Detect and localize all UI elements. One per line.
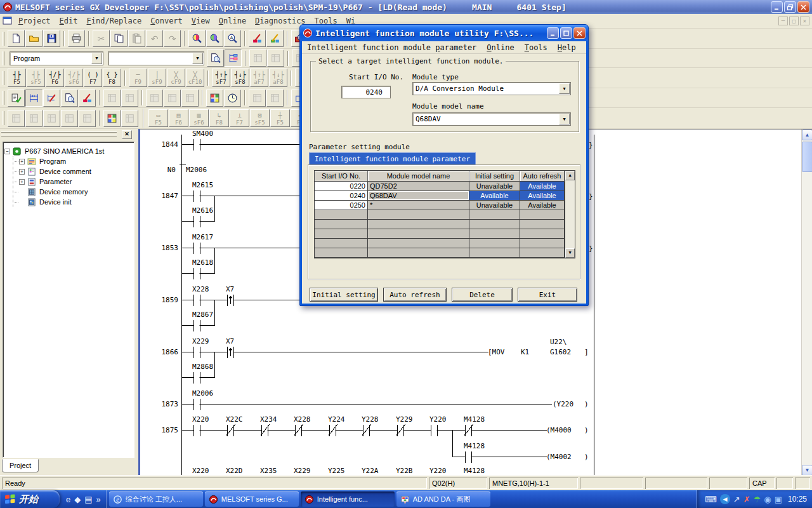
initial-setting-button[interactable]: Initial setting — [310, 288, 378, 302]
module-type-combo[interactable]: D/A Conversion Module ▼ — [412, 82, 571, 95]
rising-pulse-button[interactable]: ┤↑├sF7 — [212, 69, 230, 87]
keyboard-tray-icon[interactable]: ⌨ — [705, 495, 717, 504]
table-cell-initial-setting[interactable]: Unavailable — [469, 182, 520, 191]
panel-close-icon[interactable]: ✕ — [122, 130, 132, 139]
sidebar-item-device-init[interactable]: Device init — [15, 197, 133, 207]
toolbar-grip[interactable] — [3, 71, 4, 85]
table-cell-start-io[interactable] — [315, 229, 368, 239]
dialog-menu-help[interactable]: Help — [553, 43, 581, 53]
table-cell-start-io[interactable] — [315, 210, 368, 220]
ie-quicklaunch-icon[interactable]: e — [66, 495, 70, 504]
undo-button[interactable]: ↶ — [146, 30, 163, 47]
falling-pulse-button[interactable]: ┤↓├sF8 — [231, 69, 249, 87]
vertical-scrollbar[interactable]: ▲ ▼ — [801, 130, 812, 476]
chevron-down-icon[interactable]: ▼ — [559, 114, 570, 124]
closed-branch-button[interactable]: ┤/├sF6 — [65, 69, 83, 87]
collapse-toggle-icon[interactable]: − — [4, 149, 10, 154]
open-branch-button[interactable]: ┤├sF5 — [27, 69, 45, 87]
cut-button[interactable]: ✂ — [93, 30, 110, 47]
expand-toggle-icon[interactable]: + — [19, 179, 25, 185]
table-cell-model-name[interactable]: * — [368, 201, 469, 210]
start-button[interactable]: 开始 — [0, 490, 60, 508]
table-cell-model-name[interactable] — [368, 220, 469, 229]
taskbar-task-active[interactable]: Intelligent func... — [301, 491, 395, 507]
partial-run-button[interactable] — [25, 110, 43, 127]
program-check-button[interactable] — [8, 90, 25, 107]
table-cell-auto-refresh[interactable] — [520, 248, 565, 258]
sfc-dummy-button[interactable]: ⊠sF5 — [250, 109, 270, 127]
monitor-start-button[interactable] — [224, 90, 241, 107]
ladder-edit-button[interactable] — [43, 90, 60, 107]
delete-vline-button[interactable]: ╳cF10 — [186, 69, 204, 87]
toolbar-grip[interactable] — [3, 111, 4, 125]
statement-display-button[interactable] — [121, 90, 138, 107]
scrollbar-thumb[interactable] — [802, 142, 812, 172]
sfc-block-button[interactable]: ▤F6 — [169, 109, 188, 127]
dialog-menu-online[interactable]: Online — [481, 43, 519, 53]
find-device-button[interactable] — [188, 30, 206, 47]
table-cell-model-name[interactable] — [368, 239, 469, 248]
coil-button[interactable]: ( )F7 — [84, 69, 102, 87]
start-io-input[interactable] — [341, 86, 391, 98]
delete-hline-button[interactable]: ╳cF9 — [167, 69, 185, 87]
open-contact-button[interactable]: ┤├F5 — [8, 69, 26, 87]
sfc-cross-button[interactable]: ┼F5 — [270, 109, 290, 127]
panel-grip[interactable] — [1, 131, 117, 140]
error-jump-button[interactable] — [43, 110, 60, 127]
falling-pulse-branch-button[interactable]: ┤↓├aF8 — [269, 69, 287, 87]
dialog-minimize-icon[interactable] — [547, 27, 559, 39]
table-cell-model-name[interactable]: Q68DAV — [368, 191, 469, 201]
child-restore-icon[interactable]: □ — [789, 17, 799, 25]
sfc-series-button[interactable]: ▥sF6 — [189, 109, 209, 127]
upload-tray-icon[interactable]: ↗ — [733, 495, 740, 504]
toolbar-grip[interactable] — [3, 32, 4, 46]
chevron-down-icon[interactable]: ▼ — [559, 83, 570, 94]
device-memory-grid-button[interactable] — [206, 90, 223, 107]
tab-project[interactable]: Project — [2, 459, 39, 472]
redo-button[interactable]: ↷ — [164, 30, 181, 47]
device-test-button[interactable] — [103, 110, 121, 127]
restore-icon[interactable] — [784, 1, 796, 13]
table-cell-start-io[interactable] — [315, 248, 368, 258]
data-type-combo[interactable]: Program ▼ — [10, 51, 103, 65]
alert-tray-icon[interactable]: ✗ — [743, 495, 750, 504]
tab-intelligent-function-module-parameter[interactable]: Intelligent function module parameter — [309, 152, 476, 164]
table-cell-auto-refresh[interactable] — [520, 210, 565, 220]
doc-find-button[interactable] — [207, 50, 224, 67]
chevron-down-icon[interactable]: ▼ — [91, 53, 102, 64]
table-scrollbar[interactable]: ▲ ▼ — [565, 171, 575, 258]
table-cell-initial-setting[interactable]: Available — [469, 191, 520, 201]
desktop-quicklaunch-icon[interactable]: ◆ — [74, 495, 81, 504]
table-cell-model-name[interactable] — [368, 229, 469, 239]
table-cell-model-name[interactable] — [368, 210, 469, 220]
menu-project[interactable]: Project — [14, 15, 55, 27]
quicklaunch-overflow-icon[interactable]: » — [96, 495, 101, 504]
menu-edit[interactable]: Edit — [55, 15, 82, 27]
table-cell-initial-setting[interactable] — [469, 248, 520, 258]
step-run-button[interactable] — [8, 110, 25, 127]
dialog-menu-intelligent-function-module-parameter[interactable]: Intelligent function module parameter — [302, 43, 481, 53]
find-instruction-button[interactable] — [206, 30, 223, 47]
dialog-close-icon[interactable] — [573, 27, 586, 39]
child-close-icon[interactable]: ✕ — [800, 17, 809, 25]
horizontal-line-button[interactable]: ─F9 — [129, 69, 147, 87]
monitor-stop-button[interactable] — [249, 90, 266, 107]
table-cell-start-io[interactable] — [315, 239, 368, 248]
scroll-down-icon[interactable]: ▼ — [565, 248, 575, 258]
table-cell-auto-refresh[interactable]: Available — [520, 182, 565, 191]
save-project-button[interactable] — [43, 30, 60, 47]
taskbar-task-item[interactable]: AD AND DA - 画图 — [396, 491, 490, 507]
data-name-combo[interactable]: ▼ — [108, 51, 204, 65]
toolbar-grip[interactable] — [3, 91, 4, 105]
label-device-button[interactable] — [267, 50, 284, 67]
application-instruction-button[interactable]: { }F8 — [103, 69, 121, 87]
sfc-jump-button[interactable]: ↳F8 — [209, 109, 229, 127]
print-button[interactable] — [68, 30, 85, 47]
alias-format-button[interactable] — [181, 90, 199, 107]
paste-button[interactable] — [128, 30, 145, 47]
replace-device-button[interactable] — [249, 30, 266, 47]
menu-convert[interactable]: Convert — [146, 15, 187, 27]
dialog-menu-tools[interactable]: Tools — [520, 43, 553, 53]
vertical-line-button[interactable]: │sF9 — [148, 69, 166, 87]
table-cell-initial-setting[interactable]: Unavailable — [469, 201, 520, 210]
